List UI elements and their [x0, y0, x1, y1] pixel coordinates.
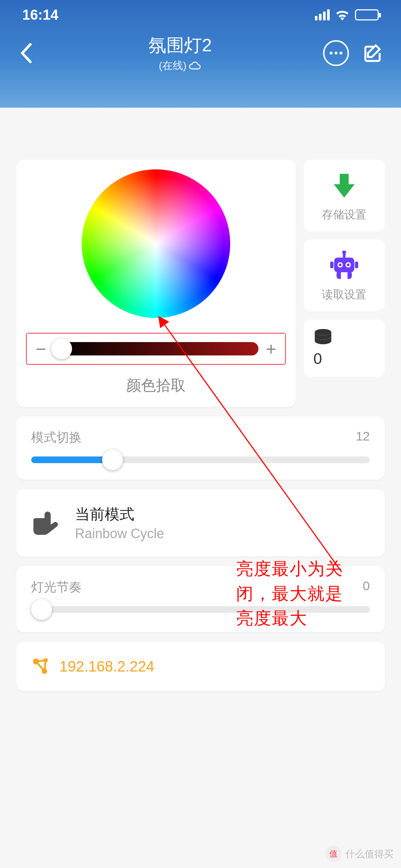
svg-point-12 [315, 329, 332, 335]
wifi-icon [335, 9, 350, 20]
app-header: 16:14 氛围灯2 (在线) [0, 0, 401, 108]
edit-button[interactable] [360, 40, 386, 66]
color-picker-card: − + 颜色拾取 [16, 160, 296, 407]
brightness-minus-button[interactable]: − [33, 339, 48, 359]
svg-rect-3 [334, 257, 354, 272]
color-picker-label: 颜色拾取 [26, 375, 286, 396]
more-button[interactable] [323, 40, 349, 66]
rhythm-value: 0 [363, 579, 370, 596]
save-settings-button[interactable]: 存储设置 [304, 160, 385, 231]
mode-switch-label: 模式切换 [31, 429, 82, 446]
mode-switch-value: 12 [356, 429, 370, 446]
device-title: 氛围灯2 [37, 33, 323, 57]
download-arrow-icon [329, 171, 359, 201]
brightness-slider[interactable] [53, 342, 258, 355]
storage-count-card[interactable]: 0 [304, 319, 385, 377]
database-icon [313, 328, 333, 346]
watermark: 值 什么值得买 [325, 846, 394, 862]
ip-address: 192.168.2.224 [59, 658, 154, 675]
svg-point-9 [342, 251, 346, 254]
pointing-hand-icon [31, 510, 65, 536]
robot-icon [327, 251, 361, 280]
load-label: 读取设置 [307, 287, 381, 302]
network-icon [31, 657, 50, 676]
status-bar: 16:14 [0, 0, 401, 30]
device-status-text: (在线) [159, 59, 187, 73]
color-wheel[interactable] [82, 169, 230, 318]
brightness-plus-button[interactable]: + [264, 339, 278, 359]
cloud-icon [189, 61, 201, 70]
annotation-text: 亮度最小为关 闭，最大就是 亮度最大 [236, 556, 343, 631]
watermark-badge-icon: 值 [325, 846, 342, 862]
svg-rect-10 [330, 261, 333, 268]
cellular-signal-icon [315, 9, 330, 20]
svg-rect-11 [355, 261, 358, 268]
svg-point-0 [330, 52, 333, 55]
svg-point-7 [347, 264, 349, 266]
battery-icon [355, 9, 379, 20]
mode-switch-slider[interactable] [31, 456, 370, 463]
rhythm-label: 灯光节奏 [31, 579, 82, 596]
ip-card[interactable]: 192.168.2.224 [16, 642, 385, 691]
mode-switch-thumb[interactable] [102, 449, 123, 470]
current-mode-name: Rainbow Cycle [75, 526, 164, 542]
header-title-block: 氛围灯2 (在线) [37, 33, 323, 73]
back-button[interactable] [15, 42, 37, 64]
storage-count-value: 0 [313, 350, 375, 368]
nav-bar: 氛围灯2 (在线) [0, 30, 401, 73]
mode-switch-card: 模式切换 12 [16, 416, 385, 479]
svg-point-1 [335, 52, 338, 55]
brightness-slider-row: − + [26, 333, 286, 365]
current-mode-title: 当前模式 [75, 504, 164, 524]
svg-point-6 [339, 264, 342, 266]
save-label: 存储设置 [307, 207, 381, 222]
load-settings-button[interactable]: 读取设置 [304, 240, 385, 311]
brightness-thumb[interactable] [51, 338, 72, 359]
rhythm-thumb[interactable] [31, 599, 52, 620]
current-mode-card[interactable]: 当前模式 Rainbow Cycle [16, 489, 385, 556]
watermark-text: 什么值得买 [345, 848, 394, 861]
status-time: 16:14 [22, 7, 58, 23]
svg-point-2 [339, 52, 342, 55]
